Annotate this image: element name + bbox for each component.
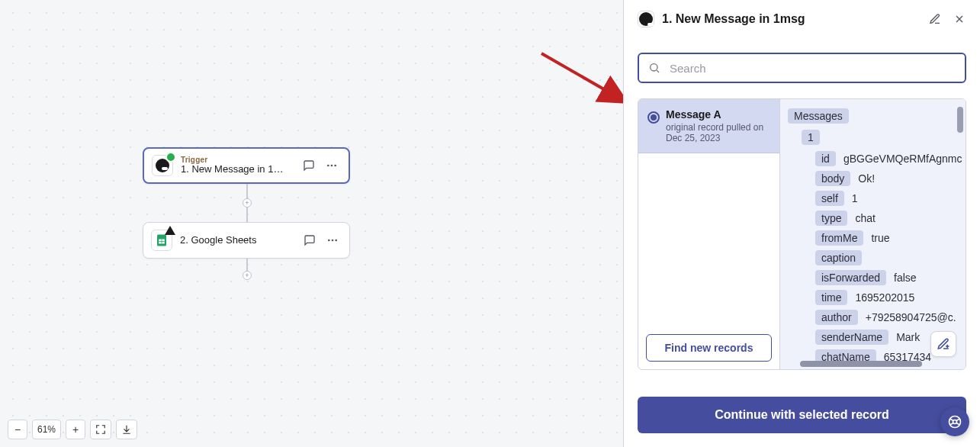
node-comment-button[interactable]: [299, 230, 320, 251]
record-subtitle: original record pulled on Dec 25, 2023: [666, 122, 763, 143]
record-data-viewer: Messages 1 idgBGGeVMQeRMfAgnmcbodyOk!sel…: [780, 99, 966, 369]
node-menu-button[interactable]: [322, 230, 343, 251]
google-sheets-icon: [151, 230, 172, 251]
horizontal-scrollbar[interactable]: [786, 360, 959, 368]
node-trigger-1msg[interactable]: Trigger 1. New Message in 1msg: [143, 147, 350, 184]
svg-point-1: [331, 165, 333, 167]
record-item[interactable]: Message A original record pulled on Dec …: [638, 99, 779, 153]
data-field-value: chat: [855, 212, 875, 224]
data-field-row: time1695202015: [815, 288, 958, 307]
add-step-button[interactable]: +: [243, 198, 252, 207]
svg-point-2: [334, 165, 336, 167]
fit-view-button[interactable]: [90, 420, 111, 439]
zoom-level[interactable]: 61%: [32, 420, 61, 439]
data-field-value: +79258904725@c.: [866, 311, 956, 323]
svg-point-7: [328, 240, 330, 242]
data-field-value: true: [871, 232, 889, 244]
close-button[interactable]: [951, 11, 968, 27]
data-field-value: 1: [852, 192, 858, 204]
data-field-value: gBGGeVMQeRMfAgnmc: [843, 153, 962, 165]
record-radio-selected[interactable]: [647, 111, 660, 124]
svg-line-13: [657, 70, 659, 72]
data-field-key: caption: [815, 250, 862, 265]
data-field-key: id: [815, 151, 836, 166]
svg-point-12: [651, 64, 657, 71]
status-warning-badge: [165, 226, 175, 235]
node-google-sheets[interactable]: 2. Google Sheets: [143, 222, 350, 259]
node-title: 1. New Message in 1msg: [181, 164, 291, 175]
data-field-key: isForwarded: [815, 270, 886, 285]
data-root-tag: Messages: [788, 108, 849, 124]
app-1msg-icon: [152, 155, 173, 176]
data-field-value: 1695202015: [855, 291, 914, 304]
export-button[interactable]: [116, 420, 137, 439]
data-field-value: false: [894, 272, 917, 284]
data-field-key: time: [815, 290, 847, 305]
svg-point-0: [327, 165, 329, 167]
data-field-row: self1: [815, 189, 958, 207]
data-field-key: self: [815, 191, 844, 206]
record-data-scroll[interactable]: Messages 1 idgBGGeVMQeRMfAgnmcbodyOk!sel…: [780, 99, 966, 369]
data-field-key: type: [815, 211, 847, 226]
vertical-scrollbar[interactable]: [956, 104, 964, 365]
status-success-badge: [165, 152, 176, 162]
app-1msg-icon: [638, 11, 654, 27]
data-field-key: author: [815, 310, 858, 325]
zoom-out-button[interactable]: −: [8, 420, 27, 439]
add-step-button[interactable]: +: [243, 271, 252, 280]
svg-point-9: [335, 240, 337, 242]
node-menu-button[interactable]: [321, 155, 342, 176]
search-icon: [648, 62, 660, 74]
node-eyebrow: Trigger: [181, 156, 291, 165]
data-field-key: body: [815, 171, 850, 186]
data-field-row: idgBGGeVMQeRMfAgnmc: [815, 150, 958, 168]
continue-button[interactable]: Continue with selected record: [638, 397, 966, 433]
search-input[interactable]: [668, 61, 956, 76]
customize-button[interactable]: [930, 331, 956, 357]
record-name: Message A: [666, 108, 763, 121]
svg-point-8: [332, 240, 334, 242]
data-field-key: senderName: [815, 330, 888, 345]
svg-point-15: [953, 420, 957, 424]
zoom-in-button[interactable]: +: [66, 420, 85, 439]
data-field-key: fromMe: [815, 230, 863, 246]
data-field-row: typechat: [815, 209, 958, 227]
canvas-toolbar: − 61% +: [8, 420, 137, 439]
find-new-records-button[interactable]: Find new records: [646, 334, 772, 362]
data-field-row: caption: [815, 249, 958, 267]
help-bubble-button[interactable]: [940, 407, 969, 436]
records-list: Message A original record pulled on Dec …: [638, 99, 780, 369]
data-field-row: fromMetrue: [815, 229, 958, 247]
data-field-value: Mark: [896, 331, 920, 343]
node-title: 2. Google Sheets: [180, 235, 291, 246]
edit-button[interactable]: [927, 11, 943, 27]
search-field[interactable]: [638, 53, 966, 83]
node-comment-button[interactable]: [298, 155, 320, 176]
data-field-value: Ok!: [858, 172, 875, 185]
data-field-row: bodyOk!: [815, 169, 958, 188]
details-panel: 1. New Message in 1msg Message A origina…: [623, 0, 980, 447]
svg-point-14: [949, 416, 961, 428]
data-index-tag: 1: [802, 130, 820, 145]
data-field-row: isForwardedfalse: [815, 269, 958, 287]
panel-title: 1. New Message in 1msg: [662, 12, 919, 26]
data-field-row: author+79258904725@c.: [815, 308, 958, 326]
